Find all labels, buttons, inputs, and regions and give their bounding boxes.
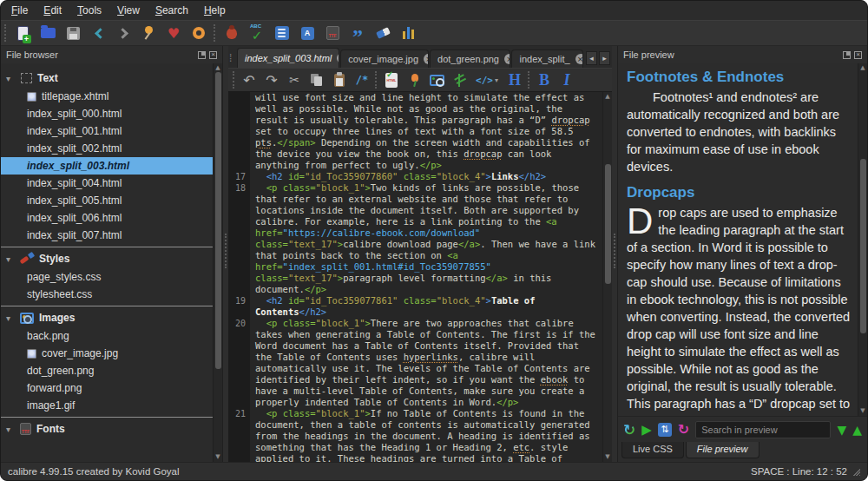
tab-cover_image.jpg[interactable]: cover_image.jpg× bbox=[340, 49, 429, 68]
tab-index_split_[interactable]: index_split_× bbox=[511, 49, 583, 68]
code-line[interactable]: will use font size and line height to si… bbox=[228, 92, 602, 171]
pretty-print-button[interactable]: HTML✓ bbox=[382, 70, 401, 89]
spell-check-button[interactable]: ABC✓ bbox=[247, 23, 267, 43]
special-character-button[interactable] bbox=[450, 70, 469, 89]
menu-edit[interactable]: Edit bbox=[43, 4, 62, 16]
beautify-button[interactable] bbox=[272, 23, 293, 43]
expander-icon[interactable]: ▾ bbox=[6, 74, 15, 83]
close-tab-icon[interactable]: × bbox=[337, 53, 339, 63]
bottom-tab-live-css[interactable]: Live CSS bbox=[621, 442, 684, 458]
insert-flower-button[interactable] bbox=[404, 70, 424, 89]
file-item-page_styles.css[interactable]: page_styles.css bbox=[1, 268, 213, 286]
copy-button[interactable] bbox=[307, 70, 326, 89]
file-item-index_split_007.html[interactable]: index_split_007.html bbox=[1, 227, 213, 244]
undo-button[interactable]: ↶ bbox=[240, 70, 259, 89]
bottom-tab-file-preview[interactable]: File preview bbox=[686, 442, 760, 458]
code-line[interactable]: 21 <p class="block_1">If no Table of Con… bbox=[228, 408, 602, 462]
checkpoint-button[interactable] bbox=[138, 23, 159, 43]
search-in-preview-input[interactable] bbox=[695, 421, 831, 438]
toolbar-drag-handle[interactable] bbox=[528, 71, 531, 89]
code-line[interactable]: 19 <h2 id="id_Toc359077861" class="block… bbox=[228, 295, 602, 318]
preview-scrollbar[interactable]: ▲ ▼ bbox=[858, 63, 867, 416]
file-item-index_split_006.html[interactable]: index_split_006.html bbox=[1, 209, 213, 227]
insert-image-button[interactable] bbox=[427, 70, 446, 89]
code-line[interactable]: 17 <h2 id="id_Toc359077860" class="block… bbox=[228, 171, 602, 182]
close-panel-icon[interactable]: × bbox=[854, 51, 862, 59]
file-item-stylesheet.css[interactable]: stylesheet.css bbox=[1, 286, 213, 303]
redo-button[interactable]: ↷ bbox=[262, 70, 281, 89]
menu-search[interactable]: Search bbox=[155, 4, 188, 16]
italic-button[interactable]: I bbox=[557, 70, 576, 89]
right-splitter[interactable] bbox=[612, 46, 617, 462]
check-book-button[interactable] bbox=[221, 23, 242, 43]
smart-comment-button[interactable]: /* bbox=[352, 70, 372, 89]
help-button[interactable] bbox=[188, 23, 209, 43]
expander-icon[interactable]: ▾ bbox=[6, 425, 15, 434]
file-item-index_split_002.html[interactable]: index_split_002.html bbox=[1, 140, 213, 157]
close-panel-icon[interactable]: × bbox=[209, 51, 217, 59]
reload-preview-icon[interactable]: ↻ bbox=[678, 421, 689, 438]
new-file-button[interactable]: + bbox=[12, 23, 33, 43]
file-item-index_split_003.html[interactable]: index_split_003.html bbox=[1, 157, 213, 175]
paste-button[interactable] bbox=[330, 70, 349, 89]
file-item-forward.png[interactable]: forward.png bbox=[1, 379, 213, 397]
scroll-tabs-right-button[interactable]: ▸ bbox=[599, 51, 610, 65]
tab-dot_green.png[interactable]: dot_green.png× bbox=[430, 49, 510, 68]
file-item-index_split_000.html[interactable]: index_split_000.html bbox=[1, 105, 213, 122]
insert-tag-button[interactable]: </>▾ bbox=[472, 70, 502, 89]
reports-button[interactable] bbox=[398, 23, 418, 43]
toolbar-drag-handle[interactable] bbox=[214, 24, 217, 42]
file-item-index_split_001.html[interactable]: index_split_001.html bbox=[1, 122, 213, 140]
toolbar-drag-handle[interactable] bbox=[233, 71, 236, 89]
find-previous-icon[interactable]: ▲ bbox=[852, 423, 862, 437]
cut-button[interactable]: ✂ bbox=[285, 70, 304, 89]
float-panel-icon[interactable] bbox=[843, 51, 851, 59]
menu-tools[interactable]: Tools bbox=[77, 4, 102, 16]
file-item-dot_green.png[interactable]: dot_green.png bbox=[1, 362, 213, 379]
expander-icon[interactable]: ▾ bbox=[6, 313, 15, 323]
left-splitter[interactable] bbox=[223, 46, 228, 462]
code-editor[interactable]: will use font size and line height to si… bbox=[228, 92, 602, 462]
find-next-icon[interactable]: ▼ bbox=[837, 423, 846, 437]
toolbar-drag-handle[interactable] bbox=[4, 24, 8, 42]
remove-unused-css-button[interactable] bbox=[372, 23, 393, 43]
refresh-preview-icon[interactable]: ↻ bbox=[623, 421, 635, 438]
expander-icon[interactable]: ▾ bbox=[6, 254, 15, 264]
scroll-tabs-left-button[interactable]: ◂ bbox=[586, 51, 597, 65]
file-item-index_split_005.html[interactable]: index_split_005.html bbox=[1, 192, 213, 209]
smarten-punctuation-button[interactable]: ” bbox=[347, 23, 368, 43]
file-item-index_split_004.html[interactable]: index_split_004.html bbox=[1, 175, 213, 192]
run-preview-icon[interactable]: ▶ bbox=[641, 422, 652, 438]
tab-index_split_003.html[interactable]: index_split_003.html× bbox=[237, 48, 339, 68]
transform-button[interactable]: A bbox=[297, 23, 318, 43]
save-button[interactable] bbox=[62, 23, 83, 43]
section-images[interactable]: ▾Images bbox=[1, 306, 213, 327]
menu-file[interactable]: File bbox=[11, 4, 28, 16]
file-browser-scrollbar[interactable]: ▲ ▼ bbox=[213, 63, 222, 462]
close-tab-icon[interactable]: × bbox=[575, 54, 583, 64]
change-heading-button[interactable]: H bbox=[505, 70, 524, 89]
section-text[interactable]: ▾Text bbox=[1, 69, 213, 88]
resize-grip[interactable] bbox=[852, 468, 860, 476]
file-item-back.png[interactable]: back.png bbox=[1, 327, 213, 345]
redo-global-button[interactable] bbox=[113, 23, 134, 43]
manage-fonts-button[interactable]: TTF bbox=[322, 23, 343, 43]
close-tab-icon[interactable]: × bbox=[424, 54, 429, 64]
close-tab-icon[interactable]: × bbox=[504, 54, 510, 64]
file-item-image1.gif[interactable]: image1.gif bbox=[1, 397, 213, 414]
code-line[interactable]: 18 <p class="block_1">Two kinds of links… bbox=[228, 182, 602, 295]
donate-button[interactable]: ♥ bbox=[163, 23, 184, 43]
section-styles[interactable]: ▾Styles bbox=[1, 247, 213, 268]
undo-global-button[interactable] bbox=[88, 23, 108, 43]
menu-view[interactable]: View bbox=[117, 4, 140, 16]
file-item-cover_image.jpg[interactable]: cover_image.jpg bbox=[1, 345, 213, 362]
file-item-titlepage.xhtml[interactable]: titlepage.xhtml bbox=[1, 88, 213, 105]
float-panel-icon[interactable] bbox=[198, 51, 206, 59]
menu-help[interactable]: Help bbox=[204, 4, 226, 16]
toolbar-drag-handle[interactable] bbox=[375, 71, 378, 89]
sync-position-icon[interactable]: ⇅ bbox=[658, 423, 672, 437]
bold-button[interactable]: B bbox=[535, 70, 554, 89]
open-book-button[interactable] bbox=[37, 23, 58, 43]
section-fonts[interactable]: ▾TTFFonts bbox=[1, 417, 213, 438]
code-line[interactable]: 20 <p class="block_1">There are two appr… bbox=[228, 318, 602, 408]
